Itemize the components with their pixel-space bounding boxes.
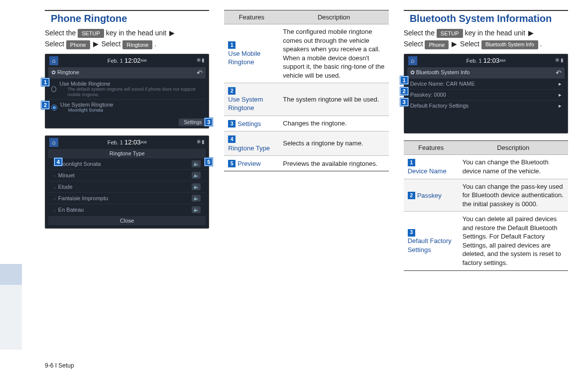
list-header: Ringtone Type — [48, 149, 206, 158]
row-label: Device Name: CAR NAME — [410, 81, 475, 87]
callout-2: 2 — [41, 101, 49, 109]
back-icon[interactable]: ↶ — [556, 69, 562, 77]
table-row: 1Device Name You can change the Bluetoot… — [404, 154, 568, 179]
gear-icon: ✿ — [51, 69, 56, 75]
callout-5: 5 — [205, 158, 213, 166]
bt-row-passkey[interactable]: Passkey: 0000▸ — [407, 89, 565, 100]
feature-name: Device Name — [408, 167, 447, 176]
settings-button[interactable]: Settings — [179, 119, 207, 126]
num-badge: 3 — [228, 120, 235, 127]
num-badge: 4 — [228, 135, 235, 143]
speaker-icon[interactable]: 🔈 — [192, 172, 201, 179]
num-badge: 2 — [408, 192, 415, 199]
status-time: 12:02 — [124, 57, 141, 64]
table-row: 3Default Factory Settings You can delete… — [404, 212, 568, 270]
feature-name: Passkey — [417, 191, 442, 200]
num-badge: 1 — [228, 41, 235, 49]
feature-table-bluetooth: Features Description 1Device Name You ca… — [404, 140, 568, 271]
status-icons: ✻ ▮ — [197, 139, 205, 144]
ringtone-item[interactable]: Minuet🔈 — [48, 169, 206, 181]
status-icons: ✻ ▮ — [555, 57, 564, 63]
status-ampm: AM — [141, 58, 147, 63]
key-phone: Phone — [66, 40, 90, 49]
home-icon[interactable]: ⌂ — [49, 138, 58, 147]
table-row: 5Preview Previews the available ringtone… — [224, 156, 388, 171]
instr-text: Select — [404, 40, 425, 48]
feature-desc: The configured mobile ringtone comes out… — [279, 24, 388, 83]
screenshot-bt-system-info: ⌂ Feb. 1 12:03 AM ✻ ▮ ✿ Bluetooth System… — [404, 54, 568, 133]
callout-4: 4 — [54, 158, 62, 166]
callout-1: 1 — [41, 78, 49, 86]
feature-name: Settings — [237, 120, 261, 128]
ringtone-item[interactable]: Fantaisie Impromptu🔈 — [48, 192, 206, 204]
status-date: Feb. 1 — [466, 58, 481, 64]
table-row: 2Passkey You can change the pass-key use… — [404, 179, 568, 212]
column-feature-table-1: Features Description 1Use Mobile Rington… — [224, 10, 388, 271]
option-label: Use System Ringtone — [60, 102, 113, 108]
feature-desc: You can delete all paired devices and re… — [459, 212, 568, 270]
feature-name: Default Factory Settings — [408, 237, 455, 254]
feature-desc: Previews the available ringtones. — [279, 156, 388, 171]
back-icon[interactable]: ↶ — [197, 69, 203, 77]
feature-name: Use System Ringtone — [228, 95, 275, 113]
instr-text: key in the head unit — [106, 29, 168, 37]
th-features: Features — [404, 140, 459, 154]
bt-row-device-name[interactable]: Device Name: CAR NAME▸ — [407, 78, 565, 89]
arrow-icon: ▶ — [93, 38, 99, 49]
side-tab — [0, 264, 22, 285]
num-badge: 3 — [408, 229, 415, 237]
ringtone-item[interactable]: En Bateau🔈 — [48, 204, 206, 215]
feature-name: Use Mobile Ringtone — [228, 49, 275, 67]
page-footer: 9-6 I Setup — [45, 362, 74, 369]
screen-title: Bluetooth System Info — [416, 69, 470, 75]
close-button[interactable]: Close — [48, 216, 206, 225]
key-phone: Phone — [425, 40, 449, 49]
feature-desc: Changes the ringtone. — [279, 116, 388, 131]
option-use-system-ringtone[interactable]: Use System Ringtone Moonlight Sonata — [48, 99, 206, 115]
gear-icon: ✿ — [410, 69, 415, 75]
th-features: Features — [224, 10, 279, 24]
home-icon[interactable]: ⌂ — [408, 56, 417, 65]
ringtone-name: Fantaisie Impromptu — [53, 195, 108, 201]
instr-text: Select the — [45, 29, 78, 37]
arrow-icon: ▶ — [169, 27, 175, 38]
table-row: 4Ringtone Type Selects a ringtone by nam… — [224, 131, 388, 156]
key-setup: SETUP — [78, 29, 104, 38]
ringtone-item[interactable]: Etude🔈 — [48, 181, 206, 192]
th-description: Description — [459, 140, 568, 154]
feature-name: Ringtone Type — [228, 144, 270, 153]
status-time: 12:03 — [124, 138, 141, 146]
instruction-phone-ringtone: Select the SETUP key in the head unit ▶ … — [45, 27, 209, 50]
feature-desc: You can change the Bluetooth device name… — [459, 154, 568, 179]
screen-title: Ringtone — [57, 69, 79, 75]
num-badge: 2 — [228, 87, 235, 95]
callout-3: 3 — [400, 98, 408, 106]
chevron-right-icon: ▸ — [559, 81, 562, 87]
instr-text: Select — [101, 40, 122, 48]
option-label: Use Mobile Ringtone — [59, 81, 203, 87]
feature-desc: Selects a ringtone by name. — [279, 131, 388, 156]
instr-text: . — [540, 40, 542, 48]
status-date: Feb. 1 — [108, 139, 123, 145]
status-icons: ✻ ▮ — [197, 57, 205, 63]
option-subtext: The default system ringtone will sound i… — [67, 87, 203, 98]
option-use-mobile-ringtone[interactable]: Use Mobile Ringtone The default system r… — [48, 78, 206, 100]
column-phone-ringtone: Phone Ringtone Select the SETUP key in t… — [45, 10, 209, 271]
ringtone-item[interactable]: Moonlight Sonata🔈 — [48, 158, 206, 169]
status-date: Feb. 1 — [108, 58, 123, 64]
feature-desc: The system ringtone will be used. — [279, 83, 388, 116]
instr-text: Select — [45, 40, 66, 48]
screenshot-ringtone-type: ⌂ Feb. 1 12:03 AM ✻ ▮ Ringtone Type Moon… — [45, 135, 209, 229]
feature-name: Preview — [237, 159, 260, 168]
speaker-icon[interactable]: 🔈 — [192, 195, 201, 202]
status-ampm: AM — [141, 140, 147, 144]
speaker-icon[interactable]: 🔈 — [192, 160, 201, 167]
home-icon[interactable]: ⌂ — [49, 56, 58, 65]
instr-text: Select the — [404, 29, 437, 37]
speaker-icon[interactable]: 🔈 — [192, 183, 201, 190]
key-setup: SETUP — [437, 29, 463, 38]
num-badge: 1 — [408, 159, 415, 166]
arrow-icon: ▶ — [452, 38, 457, 49]
speaker-icon[interactable]: 🔈 — [192, 206, 201, 213]
bt-row-factory[interactable]: Default Factory Settings▸ — [407, 100, 565, 111]
